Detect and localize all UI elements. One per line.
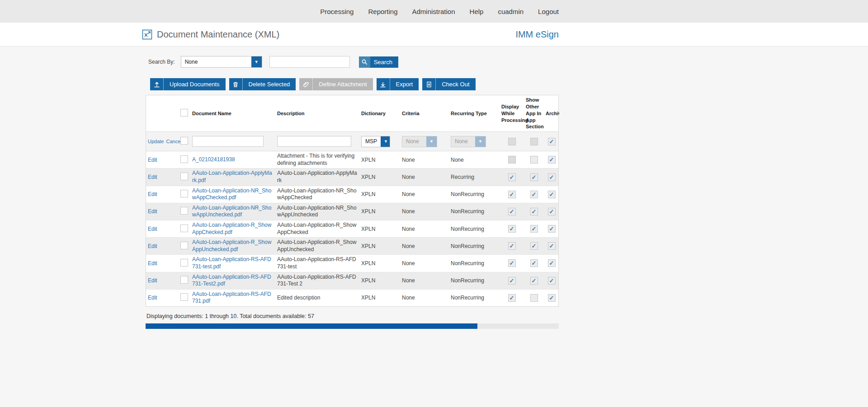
document-name-link[interactable]: AAuto-Loan-Application-R_ShowAppChecked.…: [192, 222, 271, 235]
chevron-down-icon[interactable]: ▼: [381, 136, 390, 147]
check-out-button[interactable]: Check Out: [422, 78, 475, 90]
show-other-app-checkbox[interactable]: [530, 294, 538, 302]
search-by-select[interactable]: None ▼: [181, 56, 262, 68]
display-while-processing-checkbox[interactable]: [508, 242, 516, 250]
display-while-processing-checkbox[interactable]: [508, 294, 516, 302]
nav-help[interactable]: Help: [470, 8, 484, 15]
row-checkbox[interactable]: [180, 207, 188, 215]
horizontal-scrollbar-thumb[interactable]: [146, 323, 477, 329]
delete-selected-button[interactable]: Delete Selected: [229, 78, 296, 90]
display-while-processing-checkbox[interactable]: [508, 173, 516, 181]
table-row: Edit AAuto-Loan-Application-RS-AFD731-te…: [146, 255, 558, 272]
edit-link[interactable]: Edit: [148, 243, 157, 249]
edit-link[interactable]: Edit: [148, 277, 157, 284]
document-name-link[interactable]: AAuto-Loan-Application-RS-AFD731.pdf: [192, 291, 271, 304]
criteria-cell: None: [400, 155, 449, 164]
export-label: Export: [390, 81, 419, 88]
recurring-type-cell: NonRecurring: [449, 207, 500, 216]
display-while-processing-checkbox[interactable]: [508, 208, 516, 215]
nav-user-cuadmin[interactable]: cuadmin: [498, 8, 524, 15]
description-cell: AAuto-Loan-Application-RS-AFD731-test: [275, 255, 359, 271]
display-while-processing-checkbox[interactable]: [508, 259, 516, 267]
row-checkbox[interactable]: [180, 259, 188, 267]
display-while-processing-checkbox[interactable]: [508, 277, 516, 285]
edit-link[interactable]: Edit: [148, 191, 157, 197]
search-input[interactable]: [269, 56, 350, 68]
edit-link[interactable]: Edit: [148, 208, 157, 215]
chevron-down-icon[interactable]: ▼: [251, 56, 262, 67]
description-cell: Attachment - This is for verifying defin…: [275, 151, 359, 168]
nav-administration[interactable]: Administration: [412, 8, 455, 15]
row-checkbox[interactable]: [180, 293, 188, 301]
show-other-app-checkbox[interactable]: [530, 208, 538, 215]
description-cell: AAuto-Loan-Application-NR_ShowAppChecked: [275, 186, 359, 203]
dictionary-cell: XPLN: [359, 173, 400, 182]
edit-dictionary-select[interactable]: MSP ▼: [361, 136, 390, 147]
archive-checkbox[interactable]: [548, 242, 556, 250]
select-all-checkbox[interactable]: [180, 109, 188, 117]
document-name-link[interactable]: AAuto-Loan-Application-NR_ShowAppUncheck…: [192, 205, 271, 218]
criteria-cell: None: [400, 242, 449, 251]
horizontal-scrollbar-track[interactable]: [146, 323, 559, 329]
define-attachment-label: Define Attachment: [313, 81, 373, 88]
archive-checkbox[interactable]: [548, 156, 556, 164]
update-link[interactable]: Update: [148, 139, 164, 144]
export-button[interactable]: Export: [377, 78, 419, 90]
search-bar: Search By: None ▼ Search: [148, 56, 559, 68]
show-other-app-checkbox[interactable]: [530, 277, 538, 285]
archive-checkbox[interactable]: [548, 173, 556, 181]
document-name-link[interactable]: AAuto-Loan-Application-ApplyMark.pdf: [192, 170, 272, 183]
edit-name-input[interactable]: [192, 136, 264, 147]
nav-reporting[interactable]: Reporting: [368, 8, 397, 15]
display-while-processing-checkbox[interactable]: [508, 191, 516, 198]
row-checkbox[interactable]: [180, 137, 188, 145]
description-cell: AAuto-Loan-Application-RS-AFD731-Test 2: [275, 272, 359, 289]
archive-checkbox[interactable]: [548, 259, 556, 267]
archive-checkbox[interactable]: [548, 225, 556, 233]
show-other-app-checkbox[interactable]: [530, 225, 538, 233]
search-button[interactable]: Search: [359, 56, 398, 68]
show-other-app-checkbox[interactable]: [530, 156, 538, 164]
nav-logout[interactable]: Logout: [538, 8, 559, 15]
row-checkbox[interactable]: [180, 276, 188, 284]
document-name-link[interactable]: AAuto-Loan-Application-RS-AFD731-test.pd…: [192, 256, 271, 270]
upload-documents-button[interactable]: Upload Documents: [150, 78, 226, 90]
archive-checkbox[interactable]: [548, 277, 556, 285]
archive-checkbox[interactable]: [548, 191, 556, 198]
criteria-cell: None: [400, 276, 449, 285]
criteria-cell: None: [400, 293, 449, 302]
display-while-processing-checkbox[interactable]: [508, 156, 516, 164]
table-row: Edit AAuto-Loan-Application-NR_ShowAppCh…: [146, 186, 558, 203]
row-checkbox[interactable]: [180, 242, 188, 249]
edit-link[interactable]: Edit: [148, 260, 157, 267]
recurring-type-cell: None: [449, 155, 500, 164]
edit-link[interactable]: Edit: [148, 226, 157, 232]
row-checkbox[interactable]: [180, 225, 188, 232]
show-other-app-checkbox[interactable]: [530, 173, 538, 181]
document-name-link[interactable]: AAuto-Loan-Application-NR_ShowAppChecked…: [192, 187, 271, 201]
upload-documents-label: Upload Documents: [164, 81, 226, 88]
document-name-link[interactable]: A_021024181938: [192, 156, 235, 163]
edit-link[interactable]: Edit: [148, 157, 157, 163]
show-other-app-checkbox[interactable]: [530, 259, 538, 267]
edit-description-input[interactable]: [277, 136, 351, 147]
show-other-app-checkbox[interactable]: [530, 242, 538, 250]
recurring-type-cell: NonRecurring: [449, 242, 500, 251]
edit-archive-checkbox[interactable]: [548, 138, 556, 145]
edit-link[interactable]: Edit: [148, 174, 157, 180]
table-row: Edit AAuto-Loan-Application-R_ShowAppUnc…: [146, 238, 558, 255]
display-while-processing-checkbox[interactable]: [508, 225, 516, 233]
archive-checkbox[interactable]: [548, 208, 556, 215]
document-name-link[interactable]: AAuto-Loan-Application-R_ShowAppUnchecke…: [192, 239, 271, 253]
description-cell: Edited description: [275, 293, 359, 303]
nav-processing[interactable]: Processing: [320, 8, 354, 15]
edit-link[interactable]: Edit: [148, 295, 157, 301]
row-checkbox[interactable]: [180, 190, 188, 197]
table-row: Edit AAuto-Loan-Application-ApplyMark.pd…: [146, 168, 558, 186]
show-other-app-checkbox[interactable]: [530, 191, 538, 198]
archive-checkbox[interactable]: [548, 294, 556, 302]
row-checkbox[interactable]: [180, 173, 188, 180]
row-checkbox[interactable]: [180, 155, 188, 163]
xml-document-icon: [142, 29, 152, 40]
document-name-link[interactable]: AAuto-Loan-Application-RS-AFD731-Test2.p…: [192, 274, 271, 287]
